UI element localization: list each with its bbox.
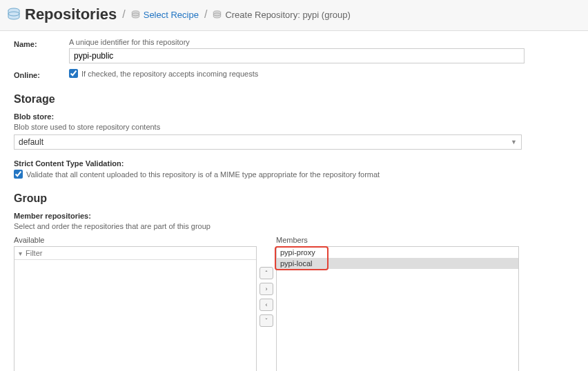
strict-label: Strict Content Type Validation: [14, 159, 574, 168]
breadcrumb-title-text: Repositories [25, 6, 117, 23]
blob-store-select[interactable]: default ▼ [14, 134, 522, 150]
member-item[interactable]: pypi-proxy [277, 247, 518, 258]
online-checkbox[interactable] [69, 69, 78, 78]
strict-help: Validate that all content uploaded to th… [26, 170, 380, 179]
name-help: A unique identifier for this repository [69, 38, 574, 46]
strict-validation-block: Strict Content Type Validation: Validate… [14, 159, 574, 179]
group-heading: Group [14, 192, 574, 205]
breadcrumb: Repositories / Select Recipe / Create Re… [0, 0, 588, 31]
online-row: Online: If checked, the repository accep… [14, 69, 574, 79]
name-input[interactable] [69, 48, 525, 63]
member-item[interactable]: pypi-local [277, 258, 518, 269]
name-row: Name: A unique identifier for this repos… [14, 38, 574, 63]
move-left-button[interactable]: ‹ [259, 299, 273, 311]
available-list[interactable] [14, 260, 256, 371]
breadcrumb-select-recipe[interactable]: Select Recipe [131, 10, 199, 20]
online-help: If checked, the repository accepts incom… [81, 70, 258, 78]
member-repos-help: Select and order the repositories that a… [14, 222, 574, 230]
move-up-button[interactable]: ˆ [259, 267, 273, 279]
breadcrumb-current: Create Repository: pypi (group) [213, 10, 350, 20]
available-column: Available ▾ [14, 236, 257, 371]
member-repos-block: Member repositories: Select and order th… [14, 212, 574, 371]
blob-store-label: Blob store: [14, 112, 574, 121]
database-icon [7, 8, 21, 21]
storage-heading: Storage [14, 93, 574, 106]
database-icon-small [213, 10, 222, 19]
blob-store-block: Blob store: Blob store used to store rep… [14, 112, 574, 150]
transfer-buttons: ˆ › ‹ ˇ [259, 267, 273, 327]
strict-checkbox[interactable] [14, 170, 23, 179]
members-label: Members [276, 236, 519, 244]
form-content: Name: A unique identifier for this repos… [0, 31, 588, 371]
available-label: Available [14, 236, 257, 244]
breadcrumb-separator: / [204, 8, 207, 21]
members-column: Members pypi-proxy pypi-local [276, 236, 519, 371]
filter-input[interactable] [26, 249, 252, 257]
members-list[interactable]: pypi-proxy pypi-local [276, 246, 519, 371]
member-repos-label: Member repositories: [14, 212, 574, 220]
chevron-down-icon: ▼ [511, 139, 517, 146]
page-title: Repositories [7, 6, 117, 23]
name-label: Name: [14, 38, 69, 48]
blob-store-help: Blob store used to store repository cont… [14, 123, 574, 131]
breadcrumb-separator: / [122, 8, 125, 21]
move-right-button[interactable]: › [259, 283, 273, 295]
available-box: ▾ [14, 246, 257, 371]
online-label: Online: [14, 69, 69, 79]
filter-row: ▾ [14, 247, 256, 260]
filter-icon: ▾ [19, 250, 22, 257]
blob-store-value: default [19, 137, 43, 147]
move-down-button[interactable]: ˇ [259, 314, 273, 327]
transfer-widget: Available ▾ ˆ › ‹ ˇ Members pypi-pr [14, 236, 574, 371]
database-icon-small [131, 10, 140, 19]
